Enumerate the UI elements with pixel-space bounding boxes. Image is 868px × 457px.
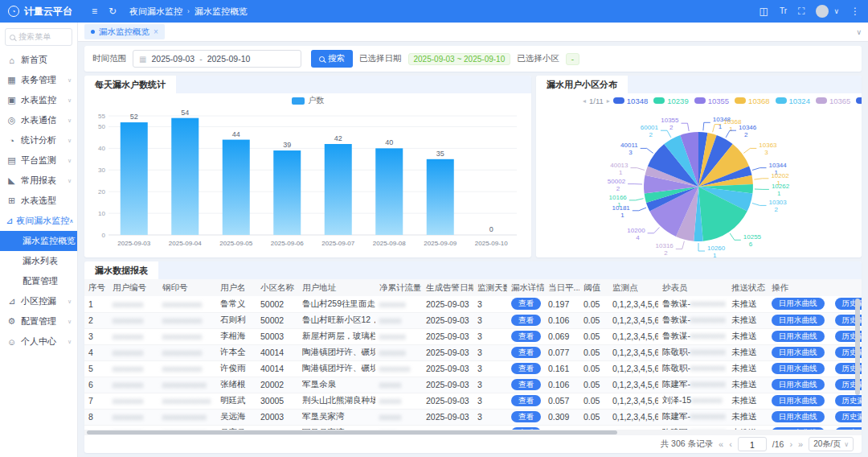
- sidebar-item-label: 水表监控: [21, 94, 56, 106]
- redacted-value: 0000000: [379, 365, 411, 373]
- sidebar-item-home[interactable]: ⌂新首页: [0, 50, 77, 70]
- legend-label: 10348: [627, 97, 648, 105]
- user-menu-chevron-icon[interactable]: ∨: [833, 8, 839, 15]
- sidebar-item-stats-analysis[interactable]: ◔统计分析∨: [0, 130, 77, 150]
- pie-legend-item[interactable]: 103: [856, 97, 862, 105]
- column-header-status[interactable]: 推送状态▼: [727, 279, 768, 296]
- page-size-select[interactable]: 20条/页 ∨: [809, 437, 854, 451]
- view-detail-button[interactable]: 查看: [511, 363, 541, 375]
- view-detail-button[interactable]: 查看: [511, 315, 541, 327]
- tab-leak-overview[interactable]: 漏水监控概览 ×: [84, 24, 165, 39]
- sidebar-item-leak-config[interactable]: 配置管理: [0, 271, 77, 291]
- cell-no: 1: [84, 296, 108, 312]
- sidebar-item-label: 新首页: [21, 54, 47, 66]
- view-detail-button[interactable]: 查看: [511, 298, 541, 310]
- pie-legend-item[interactable]: 10324: [776, 97, 810, 105]
- redacted-value: 00000: [379, 381, 402, 389]
- sidebar-item-personal-center[interactable]: ☺个人中心∨: [0, 331, 77, 352]
- sidebar-item-leak-list[interactable]: 漏水列表: [0, 251, 77, 271]
- pie-legend-item[interactable]: 10239: [653, 97, 688, 105]
- daily-water-curve-button[interactable]: 日用水曲线: [772, 331, 825, 343]
- pie-legend-item[interactable]: 10368: [735, 97, 769, 105]
- sidebar-item-meter-selection[interactable]: ⊞水表选型: [0, 191, 77, 211]
- search-button-label: 搜索: [328, 53, 345, 64]
- view-detail-button[interactable]: 查看: [511, 411, 541, 423]
- redacted-value: 000000: [379, 333, 406, 341]
- cell-block: 50002: [256, 296, 298, 312]
- collapse-sidebar-icon[interactable]: ≡: [92, 6, 97, 16]
- cell-no: 2: [84, 312, 108, 328]
- column-header-block: 小区名称: [256, 279, 298, 296]
- sidebar-item-meter-monitor[interactable]: ▣水表监控∨: [0, 90, 77, 110]
- prev-page-icon[interactable]: ‹: [729, 439, 732, 449]
- search-button[interactable]: 搜索: [311, 50, 353, 68]
- view-detail-button[interactable]: 查看: [511, 379, 541, 391]
- pie-legend-item[interactable]: 10348: [613, 97, 648, 105]
- fullscreen-icon[interactable]: ⛶: [798, 6, 805, 16]
- cell-addr: 鲁山村旺新小区12，两层: [298, 312, 375, 328]
- history-leak-button[interactable]: 历史漏损: [835, 395, 862, 407]
- view-detail-button[interactable]: 查看: [511, 347, 541, 359]
- view-detail-button[interactable]: 查看: [511, 395, 541, 407]
- pie-legend-item[interactable]: 10355: [694, 97, 729, 105]
- pie-legend-item[interactable]: 10365: [816, 97, 850, 105]
- sidebar-item-night-leak-monitor[interactable]: ⊿夜间漏水监控∧: [0, 211, 77, 231]
- horizontal-scrollbar[interactable]: [87, 430, 617, 434]
- daily-water-curve-button[interactable]: 日用水曲线: [772, 363, 825, 375]
- tab-active-dot-icon: [91, 30, 95, 34]
- table-row[interactable]: 10000000000000000鲁常义50002鲁山村259往里面走很远000…: [84, 296, 862, 312]
- more-options-icon[interactable]: ⋮: [850, 6, 860, 16]
- table-row[interactable]: 800000000000000000吴远海20003军垦吴家湾000002025…: [84, 409, 862, 425]
- legend-next-icon[interactable]: ▸: [607, 97, 610, 105]
- daily-water-curve-button[interactable]: 日用水曲线: [772, 347, 825, 359]
- pie-panel-title: 漏水用户小区分布: [536, 76, 628, 93]
- sidebar-search-input[interactable]: 搜索菜单: [5, 28, 72, 46]
- sidebar-item-block-leak-control[interactable]: ⊿小区控漏∨: [0, 291, 77, 311]
- bar-legend[interactable]: 户数: [84, 93, 531, 108]
- refresh-icon[interactable]: ↻: [108, 6, 117, 16]
- view-detail-button[interactable]: 查看: [511, 331, 541, 343]
- legend-prev-icon[interactable]: ◂: [583, 97, 586, 105]
- sidebar-item-meter-mgmt[interactable]: ▦表务管理∨: [0, 70, 77, 90]
- redacted-value: 000000000: [162, 333, 203, 341]
- sidebar-item-platform-monitor[interactable]: ▤平台监测∨: [0, 150, 77, 171]
- sidebar-item-label: 配置管理: [23, 275, 58, 287]
- close-tab-icon[interactable]: ×: [154, 27, 158, 36]
- first-page-icon[interactable]: «: [719, 439, 723, 449]
- avatar[interactable]: [816, 5, 829, 18]
- page-input[interactable]: 1: [738, 437, 767, 451]
- redacted-phone: 00000000: [690, 316, 726, 324]
- legend-swatch-icon: [653, 97, 665, 104]
- cell-points: 0,1,2,3,4,5,6: [608, 377, 658, 393]
- daily-water-curve-button[interactable]: 日用水曲线: [772, 298, 825, 310]
- daily-water-curve-button[interactable]: 日用水曲线: [772, 315, 825, 327]
- daily-water-curve-button[interactable]: 日用水曲线: [772, 395, 825, 407]
- table-row[interactable]: 20000000000000000石则利50002鲁山村旺新小区12，两层000…: [84, 312, 862, 328]
- table-row[interactable]: 600000000000000000张绪根20002军垦余泉000002025-…: [84, 377, 862, 393]
- tabbar-chevron-icon[interactable]: ∨: [856, 28, 862, 36]
- breadcrumb-parent[interactable]: 夜间漏水监控: [129, 6, 182, 18]
- sidebar-item-leak-overview[interactable]: 漏水监控概览: [0, 231, 77, 251]
- daily-water-curve-button[interactable]: 日用水曲线: [772, 411, 825, 423]
- table-row[interactable]: 7000000000000000000明廷武30005荆头山北熊湖良种场0000…: [84, 393, 862, 409]
- column-header-reader: 抄表员: [658, 279, 727, 296]
- table-row[interactable]: 30000000000000000李相海50003新屋村两层，玻璃栏杆00000…: [84, 328, 862, 344]
- date-range-input[interactable]: ▦ 2025-09-03 - 2025-09-10: [133, 50, 301, 68]
- screenshot-icon[interactable]: ◫: [760, 6, 768, 16]
- sidebar-item-config-mgmt[interactable]: ⚙配置管理∨: [0, 311, 77, 331]
- next-page-icon[interactable]: ›: [789, 439, 792, 449]
- table-row[interactable]: 50000000000000000许俊雨40014陶港镇团圩许、碾坝组00000…: [84, 360, 862, 377]
- sidebar-item-meter-comm[interactable]: ◎水表通信∨: [0, 110, 77, 130]
- font-size-icon[interactable]: Tr: [780, 7, 787, 15]
- daily-water-curve-button[interactable]: 日用水曲线: [772, 379, 825, 391]
- vertical-scrollbar[interactable]: [855, 298, 860, 395]
- svg-text:2025-09-07: 2025-09-07: [321, 240, 354, 247]
- sidebar-item-common-reports[interactable]: ◣常用报表∨: [0, 171, 77, 191]
- cell-flow: 00000: [375, 312, 422, 328]
- last-page-icon[interactable]: »: [798, 439, 803, 449]
- table-row[interactable]: 40000000000000000许本全40014陶港镇团圩许、碾坝组00000…: [84, 344, 862, 360]
- cell-avg: 0.106: [544, 312, 579, 328]
- column-header-threshold: 阈值: [579, 279, 608, 296]
- cell-user_no: 0000000: [108, 344, 158, 360]
- history-leak-button[interactable]: 历史漏损: [835, 411, 862, 423]
